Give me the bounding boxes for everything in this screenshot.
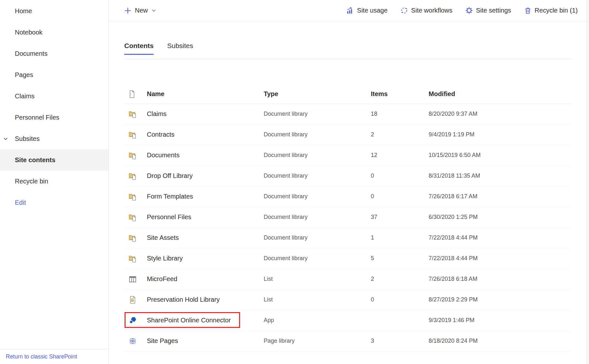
vertical-scrollbar[interactable]	[587, 0, 589, 364]
sidebar-item[interactable]: Documents	[0, 43, 108, 64]
row-items: 1	[371, 234, 429, 241]
row-modified: 10/15/2019 6:50 AM	[429, 152, 571, 159]
document-library-icon	[124, 172, 147, 180]
table-icon	[124, 275, 147, 283]
column-header-name[interactable]: Name	[147, 90, 264, 98]
tabs-divider	[124, 59, 571, 59]
sidebar-item-label: Personnel Files	[15, 114, 59, 121]
row-modified: 7/22/2018 4:44 PM	[429, 234, 571, 241]
row-name[interactable]: MicroFeed	[147, 275, 264, 283]
sidebar-item[interactable]: Personnel Files	[0, 107, 108, 128]
sidebar-item[interactable]: Recycle bin	[0, 171, 108, 192]
row-modified: 9/4/2019 1:19 PM	[429, 131, 571, 138]
table-row[interactable]: Drop Off Library Document library 0 8/31…	[124, 166, 571, 186]
row-type: Page library	[264, 338, 371, 344]
row-name[interactable]: Site Pages	[147, 337, 264, 345]
row-name[interactable]: SharePoint Online Connector	[147, 317, 264, 324]
row-name[interactable]: Form Templates	[147, 193, 264, 200]
row-type: List	[264, 276, 371, 282]
document-library-icon	[124, 234, 147, 242]
sync-icon	[401, 7, 408, 14]
row-type: Document library	[264, 193, 371, 200]
row-modified: 9/3/2019 1:46 PM	[429, 317, 571, 324]
document-library-icon	[124, 192, 147, 201]
sidebar-item[interactable]: Subsites	[0, 128, 108, 149]
command-action[interactable]: Recycle bin (1)	[524, 7, 578, 14]
tab[interactable]: Contents	[124, 42, 154, 55]
command-action[interactable]: Site workflows	[401, 7, 452, 14]
row-name[interactable]: Drop Off Library	[147, 172, 264, 180]
command-bar-actions: Site usage Site workflows Site settings …	[346, 7, 578, 14]
table-body: Claims Document library 18 8/20/2020 9:3…	[124, 104, 571, 351]
column-header-items[interactable]: Items	[371, 90, 429, 98]
table-row[interactable]: Style Library Document library 5 7/22/20…	[124, 248, 571, 269]
row-name[interactable]: Contracts	[147, 131, 264, 138]
table-header: Name Type Items Modified	[124, 84, 571, 104]
row-items: 12	[371, 152, 429, 159]
table-row[interactable]: Site Assets Document library 1 7/22/2018…	[124, 228, 571, 248]
command-action-label: Site workflows	[411, 7, 452, 14]
bar-chart-icon	[346, 7, 354, 14]
sidebar-item-label: Subsites	[15, 135, 40, 142]
row-name[interactable]: Documents	[147, 152, 264, 159]
document-library-icon	[124, 151, 147, 160]
row-modified: 6/30/2020 1:25 PM	[429, 214, 571, 221]
sidebar-footer: Return to classic SharePoint	[0, 349, 108, 364]
row-items: 0	[371, 296, 429, 303]
sidebar-item[interactable]: Claims	[0, 85, 108, 107]
table-row[interactable]: Documents Document library 12 10/15/2019…	[124, 145, 571, 166]
row-type: List	[264, 296, 371, 303]
row-type: Document library	[264, 111, 371, 117]
column-header-type[interactable]: Type	[264, 90, 371, 98]
return-classic-link[interactable]: Return to classic SharePoint	[6, 353, 77, 360]
lock-doc-icon	[124, 296, 147, 304]
row-type: App	[264, 317, 371, 324]
new-button[interactable]: New	[124, 7, 156, 14]
row-type: Document library	[264, 255, 371, 262]
column-header-modified[interactable]: Modified	[429, 90, 571, 98]
row-name[interactable]: Preservation Hold Library	[147, 296, 264, 303]
table-row[interactable]: MicroFeed List 2 7/26/2018 6:18 AM	[124, 269, 571, 290]
row-type: Document library	[264, 131, 371, 138]
sidebar-item[interactable]: Pages	[0, 64, 108, 85]
sidebar-item-label: Notebook	[15, 29, 43, 36]
command-action[interactable]: Site usage	[346, 7, 388, 14]
row-modified: 7/22/2018 4:44 PM	[429, 255, 571, 262]
document-library-icon	[124, 131, 147, 139]
table-row[interactable]: Site Pages Page library 3 8/18/2020 8:24…	[124, 331, 571, 351]
row-modified: 8/20/2020 9:37 AM	[429, 111, 571, 117]
table-row[interactable]: Form Templates Document library 0 7/26/2…	[124, 186, 571, 207]
row-items: 0	[371, 172, 429, 179]
site-pages-icon	[124, 337, 147, 345]
tabs: Contents Subsites	[124, 42, 589, 55]
sidebar-item[interactable]: Site contents	[0, 149, 108, 171]
row-items: 2	[371, 131, 429, 138]
row-type: Document library	[264, 234, 371, 241]
row-name[interactable]: Style Library	[147, 255, 264, 262]
table-row[interactable]: Preservation Hold Library List 0 8/27/20…	[124, 290, 571, 310]
row-items: 2	[371, 276, 429, 282]
new-button-label: New	[135, 7, 148, 14]
table-row[interactable]: SharePoint Online Connector App 9/3/2019…	[124, 310, 571, 331]
row-items: 5	[371, 255, 429, 262]
sidebar-item-label: Site contents	[15, 156, 56, 163]
table-row[interactable]: Claims Document library 18 8/20/2020 9:3…	[124, 104, 571, 124]
row-modified: 8/18/2020 8:24 PM	[429, 338, 571, 344]
row-name[interactable]: Site Assets	[147, 234, 264, 241]
row-name[interactable]: Personnel Files	[147, 213, 264, 221]
tab[interactable]: Subsites	[167, 42, 193, 55]
sharepoint-app-icon	[124, 316, 147, 325]
document-library-icon	[124, 110, 147, 118]
row-name[interactable]: Claims	[147, 110, 264, 118]
sidebar-item[interactable]: Edit	[0, 192, 108, 213]
sidebar-item-label: Documents	[15, 50, 47, 57]
sidebar-item[interactable]: Notebook	[0, 22, 108, 43]
row-modified: 8/31/2018 11:35 AM	[429, 172, 571, 179]
command-action-label: Recycle bin (1)	[535, 7, 578, 14]
table-row[interactable]: Personnel Files Document library 37 6/30…	[124, 207, 571, 228]
command-action[interactable]: Site settings	[465, 7, 511, 14]
table-row[interactable]: Contracts Document library 2 9/4/2019 1:…	[124, 124, 571, 145]
plus-icon	[124, 7, 131, 14]
sidebar-item[interactable]: Home	[0, 0, 108, 22]
sidebar-item-label: Home	[15, 7, 32, 15]
